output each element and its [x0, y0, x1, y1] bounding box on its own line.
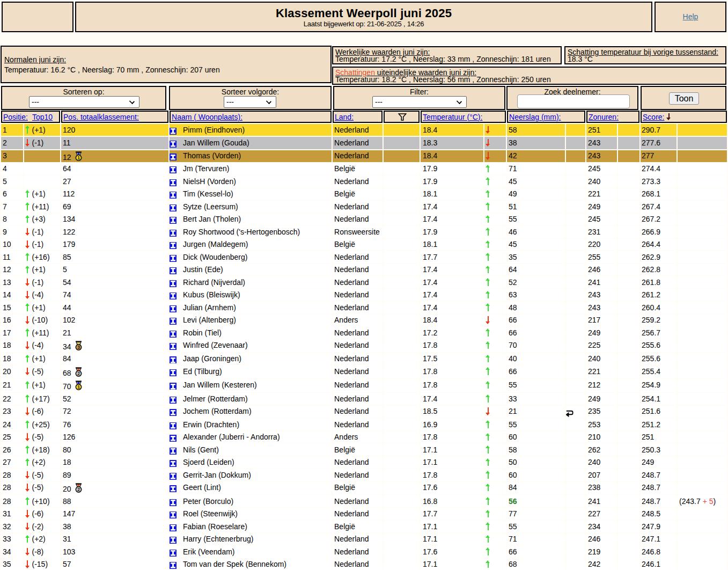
- svg-text:1: 1: [77, 384, 80, 390]
- svg-text:2: 2: [77, 487, 80, 492]
- svg-text:3: 3: [77, 345, 80, 350]
- svg-text:1: 1: [77, 155, 80, 160]
- svg-text:2: 2: [77, 371, 80, 376]
